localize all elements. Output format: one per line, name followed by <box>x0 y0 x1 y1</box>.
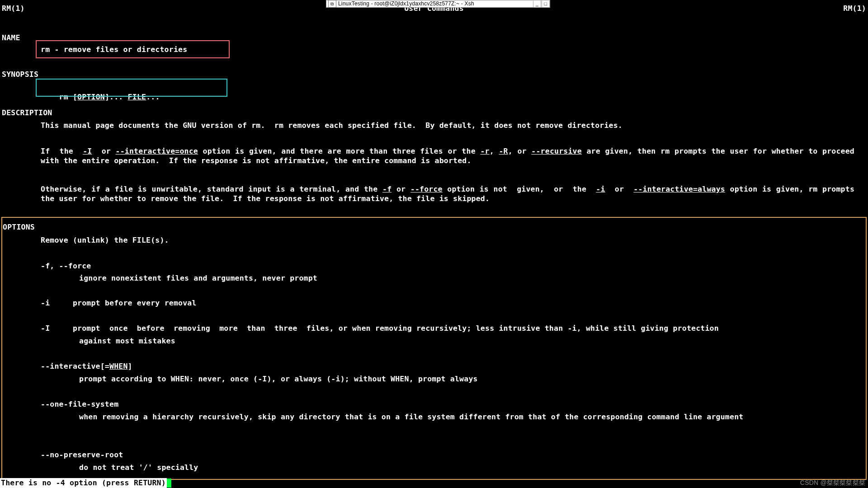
synopsis-option: OPTION <box>77 93 105 101</box>
option-one-file-system-flag: --one-file-system <box>41 399 118 409</box>
synopsis-dots1: ... <box>109 93 123 101</box>
synopsis-file: FILE <box>128 93 146 101</box>
section-heading-options: OPTIONS <box>3 222 35 232</box>
option-i-flag: -i prompt before every removal <box>41 298 197 308</box>
option-no-preserve-root-flag: --no-preserve-root <box>41 450 123 460</box>
description-para2: If the -I or --interactive=once option i… <box>41 146 854 165</box>
option-no-preserve-root-desc: do not treat '/' specially <box>79 463 198 472</box>
opt-R: -R <box>499 147 508 155</box>
t: or <box>92 147 115 155</box>
opt-r: -r <box>480 147 489 155</box>
opt-interactive-always: --interactive=always <box>633 185 725 193</box>
t: Otherwise, if a file is unwritable, stan… <box>41 185 382 193</box>
t: or <box>392 185 410 193</box>
option-one-file-system-desc: when removing a hierarchy recursively, s… <box>79 412 854 422</box>
t: option is given, and there are more than… <box>198 147 480 155</box>
header-left: RM(1) <box>2 4 25 13</box>
option-f-flag: -f, --force <box>41 261 91 271</box>
opt-interactive-once: --interactive=once <box>116 147 198 155</box>
section-heading-description: DESCRIPTION <box>2 108 52 117</box>
t: WHEN <box>109 362 128 371</box>
options-intro: Remove (unlink) the FILE(s). <box>41 235 169 245</box>
header-right: RM(1) <box>843 4 866 13</box>
maximize-button[interactable]: □ <box>542 0 550 8</box>
minimize-button[interactable]: _ <box>533 0 541 8</box>
synopsis-dots2: ... <box>146 93 160 101</box>
watermark: CSDN @桀桀桀桀桀桀 <box>800 478 865 488</box>
option-I-flag: -I prompt once before removing more than… <box>41 324 719 333</box>
description-line1: This manual page documents the GNU versi… <box>41 121 623 130</box>
opt-I: -I <box>83 147 92 155</box>
window-titlebar[interactable]: ⧉ LinuxTesting - root@iZ0jldx1ydaxhcv258… <box>326 0 550 7</box>
section-heading-name: NAME <box>2 33 20 42</box>
highlight-box-options <box>1 217 867 480</box>
window-title: LinuxTesting - root@iZ0jldx1ydaxhcv258z5… <box>338 0 474 7</box>
opt-i: -i <box>596 185 605 193</box>
terminal-screen: RM(1) User Commands RM(1) ⧉ LinuxTesting… <box>0 0 868 488</box>
status-message: There is no -4 option (press RETURN) <box>0 478 167 488</box>
opt-f: -f <box>382 185 392 193</box>
option-I-desc2: against most mistakes <box>79 336 175 346</box>
app-icon: ⧉ <box>328 0 336 8</box>
option-interactive-flag: --interactive[=WHEN] <box>41 361 132 371</box>
t: prompt once before removing more than th… <box>73 324 719 333</box>
t: -I <box>41 324 50 333</box>
opt-force: --force <box>410 185 443 193</box>
t: prompt before every removal <box>73 299 197 307</box>
status-bar[interactable]: There is no -4 option (press RETURN) <box>0 478 868 488</box>
cursor <box>167 479 171 488</box>
section-heading-synopsis: SYNOPSIS <box>2 70 38 79</box>
name-line: rm - remove files or directories <box>41 45 187 54</box>
t: , <box>490 147 499 155</box>
description-para3: Otherwise, if a file is unwritable, stan… <box>41 184 854 203</box>
t: If the <box>41 147 83 155</box>
t: option is not given, or the <box>443 185 596 193</box>
opt-recursive: --recursive <box>531 147 581 155</box>
t: ] <box>128 362 132 371</box>
option-interactive-desc: prompt according to WHEN: never, once (-… <box>79 374 478 384</box>
option-f-desc: ignore nonexistent files and arguments, … <box>79 273 317 283</box>
synopsis-line: rm [OPTION]... FILE... <box>41 83 160 112</box>
t: -i <box>41 299 50 307</box>
t: --interactive[= <box>41 362 109 371</box>
t: or <box>605 185 634 193</box>
t: , or <box>508 147 532 155</box>
synopsis-cmd: rm <box>59 93 68 101</box>
